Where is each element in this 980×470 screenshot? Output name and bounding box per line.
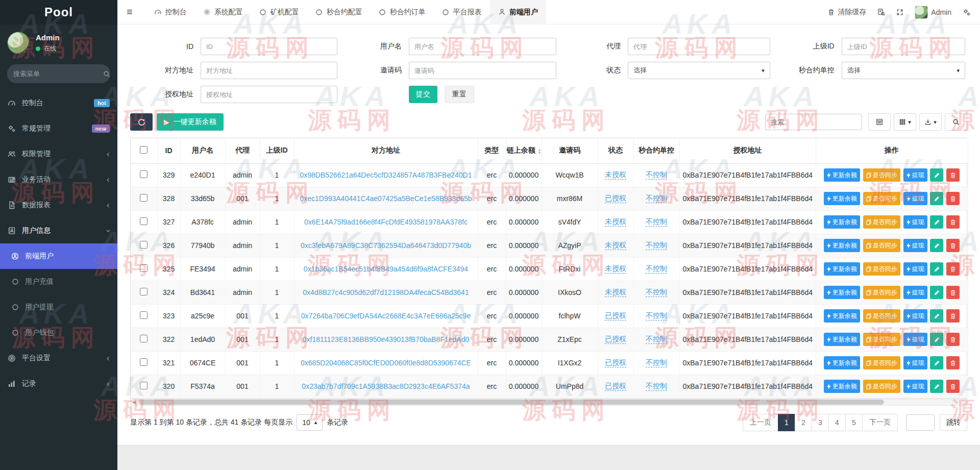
sidebar-item-business[interactable]: 业务活动 ‹ xyxy=(0,167,117,192)
export-button[interactable]: ▾ xyxy=(919,113,942,131)
status-editable[interactable]: 已授权 xyxy=(605,311,626,320)
edit-button[interactable] xyxy=(930,239,943,252)
edit-button[interactable] xyxy=(930,215,943,229)
tab-frontend-users[interactable]: 前端用户 xyxy=(490,0,546,24)
row-checkbox[interactable] xyxy=(140,311,148,319)
submit-button[interactable]: 提交 xyxy=(409,86,437,103)
scroll-left-arrow-icon[interactable]: ◀ xyxy=(132,399,136,405)
delete-button[interactable] xyxy=(946,262,960,276)
sync-toggle-button[interactable]: 是否同步 xyxy=(863,262,900,276)
col-balance-sortable[interactable]: 链上余额▴▾ xyxy=(506,138,542,163)
status-editable[interactable]: 已授权 xyxy=(605,335,626,344)
delete-button[interactable] xyxy=(946,239,960,252)
jump-button[interactable]: 跳转 xyxy=(940,414,967,431)
user-avatar[interactable] xyxy=(7,32,30,54)
fullscreen-icon[interactable] xyxy=(896,9,903,16)
filter-auth-address-input[interactable] xyxy=(201,86,337,103)
update-balance-button[interactable]: 更新余额 xyxy=(824,192,860,205)
filter-invite-input[interactable] xyxy=(409,62,556,79)
withdraw-button[interactable]: 提现 xyxy=(903,286,927,299)
page-size-dropdown[interactable]: 10 ▴ xyxy=(297,414,323,431)
update-balance-button[interactable]: 更新余额 xyxy=(824,262,860,276)
status-editable[interactable]: 未授权 xyxy=(605,241,626,250)
address-link[interactable]: 0x23ab7b7df709c1A5938B3ac8D2923c4E6AF537… xyxy=(302,382,470,390)
row-checkbox[interactable] xyxy=(140,217,148,225)
withdraw-button[interactable]: 提现 xyxy=(903,356,927,369)
sync-toggle-button[interactable]: 是否同步 xyxy=(863,380,900,393)
sidebar-item-dashboard[interactable]: 控制台 hot xyxy=(0,90,117,116)
sidebar-search-input[interactable] xyxy=(13,70,103,78)
delete-button[interactable] xyxy=(946,333,960,346)
address-link[interactable]: 0x98DB526621a64Dec5cfD324857A487B3FBe240… xyxy=(300,171,472,179)
prev-page-button[interactable]: 上一页 xyxy=(743,414,778,431)
row-checkbox[interactable] xyxy=(140,241,148,249)
edit-button[interactable] xyxy=(930,168,943,182)
control-editable[interactable]: 不控制 xyxy=(646,382,667,391)
address-link[interactable]: 0x6E14A75f9ad166e8f4FcDfdE493581978AA378… xyxy=(304,218,468,226)
refresh-button[interactable] xyxy=(130,113,153,131)
filter-agent-input[interactable] xyxy=(628,38,770,55)
sidebar-item-user-info[interactable]: 用户信息 ‹ xyxy=(0,218,117,243)
sync-toggle-button[interactable]: 是否同步 xyxy=(863,192,900,205)
sync-toggle-button[interactable]: 是否同步 xyxy=(863,168,900,182)
withdraw-button[interactable]: 提现 xyxy=(903,333,927,346)
toggle-view-button[interactable] xyxy=(868,113,891,131)
sync-toggle-button[interactable]: 是否同步 xyxy=(863,286,900,299)
settings-gears-icon[interactable] xyxy=(963,8,971,16)
sidebar-item-general[interactable]: 常规管理 new xyxy=(0,116,117,141)
delete-button[interactable] xyxy=(946,286,960,299)
control-editable[interactable]: 不控制 xyxy=(646,335,667,344)
reset-button[interactable]: 重置 xyxy=(445,86,474,103)
control-editable[interactable]: 不控制 xyxy=(646,170,667,180)
control-editable[interactable]: 不控制 xyxy=(646,288,667,297)
sidebar-item-platform-settings[interactable]: 平台设置 ‹ xyxy=(0,345,117,371)
columns-button[interactable]: ▾ xyxy=(894,113,916,131)
language-icon[interactable] xyxy=(877,8,885,16)
row-checkbox[interactable] xyxy=(140,382,148,389)
sync-toggle-button[interactable]: 是否同步 xyxy=(863,356,900,369)
withdraw-button[interactable]: 提现 xyxy=(903,168,927,182)
hamburger-menu-icon[interactable]: ≡ xyxy=(127,6,133,18)
sidebar-item-permissions[interactable]: 权限管理 ‹ xyxy=(0,141,117,167)
filter-status-select[interactable]: 选择▾ xyxy=(628,62,770,79)
address-link[interactable]: 0xf1811123E8136BB950e439013fB70baB8F1edA… xyxy=(303,335,469,343)
withdraw-button[interactable]: 提现 xyxy=(903,309,927,323)
sidebar-subitem-user-withdraw[interactable]: 用户提现 xyxy=(0,294,117,320)
row-checkbox[interactable] xyxy=(140,288,148,295)
address-link[interactable]: 0xc3febA679A89C38C7362594Da646473d0D7794… xyxy=(301,241,471,250)
withdraw-button[interactable]: 提现 xyxy=(903,239,927,252)
update-balance-button[interactable]: 更新余额 xyxy=(824,239,860,252)
edit-button[interactable] xyxy=(930,262,943,276)
navbar-user[interactable]: Admin xyxy=(915,6,951,19)
delete-button[interactable] xyxy=(946,309,960,323)
update-all-balance-button[interactable]: ▶ 一键更新余额 xyxy=(157,113,224,131)
scrollbar-handle[interactable] xyxy=(139,400,884,405)
next-page-button[interactable]: 下一页 xyxy=(862,414,898,431)
sync-toggle-button[interactable]: 是否同步 xyxy=(863,333,900,346)
tab-platform-reports[interactable]: 平台报表 xyxy=(434,0,490,24)
address-link[interactable]: 0x7264ba706C9efDA54Ac2668E4c3A7eE686a25c… xyxy=(301,312,471,320)
filter-parent-id-input[interactable] xyxy=(842,38,965,55)
address-link[interactable]: 0xec1D993A40441C4ae07425a5BeCe1e58B933d6… xyxy=(300,194,472,203)
search-icon[interactable] xyxy=(103,70,110,78)
clear-cache-button[interactable]: 清除缓存 xyxy=(828,8,866,17)
select-all-checkbox[interactable] xyxy=(140,146,148,154)
horizontal-scrollbar[interactable]: ◀ xyxy=(130,399,967,406)
status-editable[interactable]: 未授权 xyxy=(605,170,626,180)
edit-button[interactable] xyxy=(930,380,943,393)
page-number-button[interactable]: 1 xyxy=(778,414,795,431)
page-number-button[interactable]: 5 xyxy=(845,414,863,431)
control-editable[interactable]: 不控制 xyxy=(646,194,667,203)
filter-control-select[interactable]: 选择▾ xyxy=(842,62,965,79)
row-checkbox[interactable] xyxy=(140,358,148,366)
sync-toggle-button[interactable]: 是否同步 xyxy=(863,309,900,323)
sync-toggle-button[interactable]: 是否同步 xyxy=(863,215,900,229)
status-editable[interactable]: 已授权 xyxy=(605,194,626,203)
tab-seconds-contract-config[interactable]: 秒合约配置 xyxy=(307,0,371,24)
update-balance-button[interactable]: 更新余额 xyxy=(824,168,860,182)
update-balance-button[interactable]: 更新余额 xyxy=(824,380,860,393)
filter-address-input[interactable] xyxy=(201,62,337,79)
edit-button[interactable] xyxy=(930,309,943,323)
filter-id-input[interactable] xyxy=(201,38,337,55)
row-checkbox[interactable] xyxy=(140,264,148,272)
